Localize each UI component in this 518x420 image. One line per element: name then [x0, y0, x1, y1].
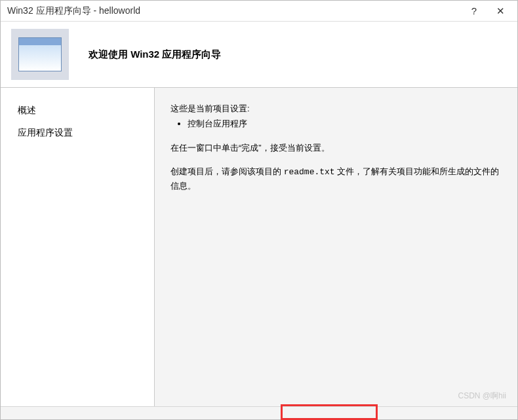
readme-prefix: 创建项目后，请参阅该项目的	[170, 166, 284, 176]
wizard-icon	[11, 29, 69, 80]
sidebar: 概述 应用程序设置	[1, 88, 155, 406]
window-icon	[18, 37, 62, 71]
banner-heading: 欢迎使用 Win32 应用程序向导	[89, 48, 221, 61]
close-button[interactable]: ✕	[494, 5, 507, 17]
settings-intro-line: 这些是当前项目设置:	[170, 102, 504, 115]
sidebar-item-overview[interactable]: 概述	[18, 102, 141, 119]
body-area: 概述 应用程序设置 这些是当前项目设置: 控制台应用程序 在任一窗口中单击“完成…	[1, 88, 517, 406]
footer-bar	[1, 406, 517, 419]
sidebar-item-label: 应用程序设置	[18, 127, 73, 138]
window-title: Win32 应用程序向导 - helloworld	[7, 5, 468, 17]
readme-instruction: 创建项目后，请参阅该项目的 readme.txt 文件，了解有关项目功能和所生成…	[170, 165, 504, 192]
help-button[interactable]: ?	[468, 5, 481, 16]
highlight-box	[281, 404, 378, 420]
finish-instruction: 在任一窗口中单击“完成”，接受当前设置。	[170, 142, 504, 155]
titlebar-controls: ? ✕	[468, 5, 512, 17]
settings-list: 控制台应用程序	[170, 117, 504, 131]
header-banner: 欢迎使用 Win32 应用程序向导	[1, 22, 517, 87]
wizard-window: Win32 应用程序向导 - helloworld ? ✕ 欢迎使用 Win32…	[0, 0, 518, 420]
sidebar-item-label: 概述	[18, 105, 36, 115]
sidebar-item-app-settings[interactable]: 应用程序设置	[18, 124, 141, 142]
watermark: CSDN @啊hii	[458, 391, 506, 402]
settings-list-item: 控制台应用程序	[188, 117, 504, 131]
readme-filename: readme.txt	[284, 167, 335, 177]
titlebar: Win32 应用程序向导 - helloworld ? ✕	[1, 1, 517, 22]
settings-intro-block: 这些是当前项目设置: 控制台应用程序	[170, 102, 504, 131]
content-panel: 这些是当前项目设置: 控制台应用程序 在任一窗口中单击“完成”，接受当前设置。 …	[155, 88, 517, 406]
